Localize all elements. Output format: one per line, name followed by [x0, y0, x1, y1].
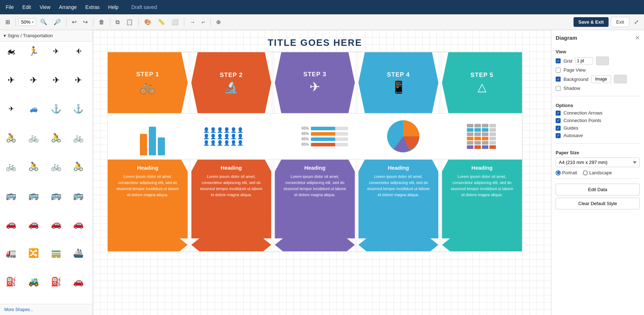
icon-plane6[interactable]: ✈ — [69, 73, 87, 88]
draft-status: Draft saved — [131, 4, 157, 10]
icon-car3[interactable]: 🚗 — [47, 217, 65, 232]
icon-ship[interactable]: 🚢 — [69, 246, 87, 261]
icon-anchor2[interactable]: ⚓ — [69, 101, 87, 116]
icon-motorcycle[interactable]: 🏍 — [2, 44, 20, 59]
progress-label1: 65% — [302, 126, 309, 130]
icon-plane4[interactable]: ✈ — [25, 73, 43, 88]
fill-btn[interactable]: 🎨 — [142, 17, 154, 27]
icon-anchor1[interactable]: ⚓ — [47, 101, 65, 116]
icon-forklift[interactable]: 🚜 — [25, 274, 43, 289]
fullscreen-btn[interactable]: ⤢ — [631, 17, 641, 27]
step5-label: STEP 5 — [470, 72, 493, 79]
icon-bicycle5[interactable]: 🚲 — [2, 159, 20, 174]
icon-plane1[interactable]: ✈ — [47, 44, 65, 59]
connection-arrows-label: Connection Arrows — [564, 110, 602, 116]
paste-btn[interactable]: 📋 — [123, 17, 136, 27]
page-view-row: Page View — [556, 67, 640, 73]
sidebar: ▾ Signs / Transportation 🏍 🏃 ✈ ✈ ✈ ✈ ✈ ✈… — [0, 30, 93, 315]
icon-gas2[interactable]: ⛽ — [47, 274, 65, 289]
autosave-checkbox[interactable]: ✓ — [556, 133, 561, 138]
menu-edit[interactable]: Edit — [23, 4, 31, 10]
icon-bicycle7[interactable]: 🚲 — [47, 159, 65, 174]
add-btn[interactable]: ⊕ — [214, 17, 223, 27]
right-panel-close[interactable]: ✕ — [635, 34, 640, 41]
redo-btn[interactable]: ↪ — [80, 17, 90, 27]
icon-plane2[interactable]: ✈ — [69, 44, 87, 59]
icon-car4[interactable]: 🚗 — [69, 217, 87, 232]
icon-bus4[interactable]: 🚌 — [69, 188, 87, 203]
icon-bicycle1[interactable]: 🚴 — [2, 130, 20, 145]
guides-label: Guides — [564, 125, 578, 131]
menu-arrange[interactable]: Arrange — [59, 4, 77, 10]
icon-bicycle4[interactable]: 🚲 — [69, 130, 87, 145]
landscape-radio[interactable]: Landscape — [583, 170, 612, 175]
connection-points-row: ✓ Connection Points — [556, 118, 640, 123]
waypoint-btn[interactable]: ⌐ — [199, 18, 208, 27]
menu-extras[interactable]: Extras — [86, 4, 100, 10]
guides-checkbox[interactable]: ✓ — [556, 126, 561, 131]
background-checkbox[interactable]: ✓ — [556, 77, 561, 82]
icon-bicycle3[interactable]: 🚴 — [47, 130, 65, 145]
undo-btn[interactable]: ↩ — [69, 17, 79, 27]
icon-car2[interactable]: 🚗 — [25, 217, 43, 232]
exit-button[interactable]: Exit — [611, 17, 629, 27]
step2-bottom: Heading Lorem ipsum dolor sit amet, cons… — [191, 160, 272, 238]
background-image-btn[interactable]: Image — [591, 75, 611, 83]
grid-checkbox[interactable]: ✓ — [556, 58, 561, 63]
icon-sedan[interactable]: 🚗 — [69, 274, 87, 289]
person-icon: 👤 — [203, 127, 209, 133]
orientation-group: Portrait Landscape — [556, 170, 640, 175]
zoom-out-btn[interactable]: 🔎 — [51, 17, 63, 27]
canvas-background[interactable]: TITLE GOES HERE STEP 1 🚲 — [93, 30, 551, 315]
save-exit-button[interactable]: Save & Exit — [574, 17, 609, 27]
portrait-radio[interactable]: Portrait — [556, 170, 577, 175]
page-view-checkbox[interactable] — [556, 68, 561, 73]
icon-bus3[interactable]: 🚌 — [47, 188, 65, 203]
icon-bus2[interactable]: 🚌 — [25, 188, 43, 203]
right-panel-title: Diagram — [556, 35, 577, 41]
background-color-swatch[interactable] — [614, 75, 627, 83]
edit-data-button[interactable]: Edit Data — [556, 184, 640, 195]
landscape-label: Landscape — [589, 170, 612, 175]
icon-tram[interactable]: 🚃 — [47, 246, 65, 261]
icon-person-running[interactable]: 🏃 — [25, 44, 43, 59]
paper-size-select[interactable]: A4 (210 mm x 297 mm) Letter (8.5 x 11 in… — [556, 158, 640, 167]
icon-bicycle6[interactable]: 🚴 — [25, 159, 43, 174]
sidebar-collapse-icon[interactable]: ▾ — [4, 33, 6, 38]
icon-bicycle8[interactable]: 🚴 — [69, 159, 87, 174]
step5-header: STEP 5 △ — [442, 52, 522, 113]
toggle-sidebar-btn[interactable]: ⊞ — [3, 17, 13, 27]
icon-truck[interactable]: 🚛 — [2, 246, 20, 261]
icon-suv[interactable]: 🚙 — [25, 101, 43, 116]
icon-bus1[interactable]: 🚌 — [2, 188, 20, 203]
icon-plane5[interactable]: ✈ — [47, 73, 65, 88]
grid-pt-input[interactable] — [575, 57, 593, 64]
step3-label: STEP 3 — [303, 71, 326, 78]
icon-plane3[interactable]: ✈ — [2, 73, 20, 88]
zoom-control[interactable]: 50% ▾ — [19, 18, 36, 26]
divider1 — [556, 96, 640, 96]
icon-bicycle2[interactable]: 🚲 — [25, 130, 43, 145]
connection-points-checkbox[interactable]: ✓ — [556, 118, 561, 123]
step4-heading: Heading — [388, 165, 409, 171]
more-shapes-link[interactable]: More Shapes... — [0, 304, 93, 315]
icon-shuffle[interactable]: 🔀 — [25, 246, 43, 261]
clear-default-style-button[interactable]: Clear Default Style — [556, 198, 640, 209]
step4-body: Lorem ipsum dolor sit amet, consectetur … — [366, 174, 431, 198]
zoom-in-btn[interactable]: 🔍 — [38, 17, 50, 27]
grid-color-swatch[interactable] — [596, 57, 609, 65]
canvas-area[interactable]: TITLE GOES HERE STEP 1 🚲 — [93, 30, 551, 315]
icon-plane7[interactable]: ✈ — [2, 101, 20, 116]
menu-view[interactable]: View — [40, 4, 50, 10]
menu-file[interactable]: File — [6, 4, 14, 10]
line-btn[interactable]: 📏 — [155, 17, 167, 27]
delete-btn[interactable]: 🗑 — [96, 18, 107, 27]
connector-btn[interactable]: → — [187, 18, 198, 27]
shape-btn[interactable]: ⬜ — [169, 17, 181, 27]
menu-help[interactable]: Help — [108, 4, 118, 10]
copy-btn[interactable]: ⧉ — [113, 18, 122, 27]
icon-car1[interactable]: 🚗 — [2, 217, 20, 232]
shadow-checkbox[interactable] — [556, 86, 561, 91]
connection-arrows-checkbox[interactable]: ✓ — [556, 111, 561, 116]
icon-gas1[interactable]: ⛽ — [2, 274, 20, 289]
